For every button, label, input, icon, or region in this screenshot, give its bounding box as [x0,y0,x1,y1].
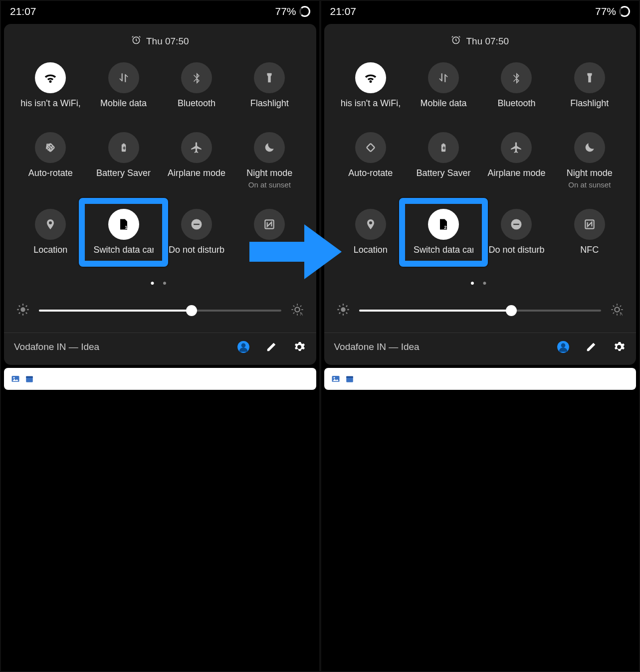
panel-date[interactable]: Thu 07:50 [466,36,509,47]
brightness-auto-icon[interactable]: A [290,303,304,319]
gallery-app-icon[interactable] [110,620,141,651]
svg-point-35 [333,377,335,378]
quick-settings-panel: Thu 07:50 his isn't a WiFi, it Mobile da… [4,24,316,365]
flashlight-icon [264,71,275,84]
settings-app-icon[interactable] [569,620,600,651]
svg-text:2: 2 [444,225,446,230]
tile-nfc[interactable]: NFC [553,209,626,259]
dnd-icon [509,217,523,231]
svg-point-14 [13,377,15,378]
chrome-app-icon[interactable] [179,620,210,651]
tile-night-mode[interactable]: Night modeOn at sunset [553,132,626,189]
tile-do-not-disturb[interactable]: Do not disturb [480,209,553,259]
tile-airplane-mode[interactable]: Airplane mode [480,132,553,189]
edit-button[interactable] [584,340,598,354]
brightness-slider-row: A [331,293,630,333]
mobile-data-icon [437,71,450,84]
docs-icon[interactable] [179,400,207,428]
wifi-icon [363,70,378,85]
settings-button[interactable] [612,340,626,354]
svg-rect-3 [123,144,124,145]
loading-spinner-icon [619,6,630,17]
chrome-app-icon[interactable] [499,620,530,651]
tile-location[interactable]: Location [14,209,87,259]
phone-app-icon[interactable] [40,620,71,651]
carrier-label: Vodafone IN — Idea [334,341,557,352]
svg-rect-27 [514,224,520,225]
page-indicator[interactable]: ● ● [331,269,630,293]
brightness-low-icon [16,303,30,319]
tile-switch-data-card[interactable]: 2 Switch data card [407,209,480,259]
airplane-icon [510,141,523,154]
svg-text:A: A [300,312,303,317]
chevron-up-icon[interactable] [152,514,168,526]
tile-mobile-data[interactable]: Mobile data [87,62,160,112]
flashlight-icon [584,71,595,84]
svg-point-40 [512,633,518,639]
whatsapp-icon[interactable] [29,400,57,428]
arrow-right-icon [244,214,344,291]
tile-location[interactable]: Location [334,209,407,259]
svg-point-9 [295,307,299,312]
tile-battery-saver[interactable]: Battery Saver [87,132,160,189]
tile-battery-saver[interactable]: Battery Saver [407,132,480,189]
location-icon [44,217,56,231]
tile-auto-rotate[interactable]: Auto-rotate [14,132,87,189]
tile-mobile-data[interactable]: Mobile data [407,62,480,112]
tile-do-not-disturb[interactable]: Do not disturb [160,209,233,259]
auto-rotate-icon [43,141,57,155]
svg-rect-22 [366,144,374,152]
tile-night-mode[interactable]: Night mode On at sunset [233,132,306,189]
tile-wifi[interactable]: his isn't a WiFi, it [334,62,407,112]
notification-card[interactable] [324,368,637,390]
alarm-icon [451,35,461,47]
tile-wifi[interactable]: his isn't a WiFi, it [14,62,87,112]
svg-point-39 [507,628,522,643]
brightness-low-icon [336,303,350,319]
docs-icon[interactable] [499,400,527,428]
whatsapp-icon[interactable] [350,400,378,428]
tile-bluetooth[interactable]: Bluetooth [480,62,553,112]
sim-card-icon: 2 [436,217,450,231]
svg-text:A: A [620,312,623,317]
tile-flashlight[interactable]: Flashlight [233,62,306,112]
svg-point-29 [341,307,345,312]
location-icon [365,217,377,231]
user-button[interactable] [556,340,570,354]
brightness-slider[interactable] [359,310,602,312]
moon-icon [263,141,276,154]
user-button[interactable] [236,340,250,354]
svg-point-20 [262,634,267,638]
battery-saver-icon [119,141,129,155]
tile-flashlight[interactable]: Flashlight [553,62,626,112]
sim-card-icon: 1 [117,217,131,231]
status-bar: 21:07 77% [321,1,640,22]
tally-icon[interactable]: 23 [425,400,452,428]
gallery-app-icon[interactable] [430,620,461,651]
brightness-slider[interactable] [39,310,281,312]
status-bar: 21:07 77% [1,1,319,22]
tally-icon[interactable]: 23 [104,400,132,428]
edit-button[interactable] [264,340,278,354]
brightness-slider-row: A [11,293,309,333]
settings-button[interactable] [292,340,306,354]
chevron-up-icon[interactable] [472,514,488,526]
alarm-icon [131,35,141,47]
svg-point-17 [122,632,124,635]
phone-app-icon[interactable] [360,620,391,651]
tile-auto-rotate[interactable]: Auto-rotate [334,132,407,189]
tile-switch-data-card[interactable]: 1 Switch data card [87,209,160,259]
svg-rect-24 [442,144,444,145]
calendar-icon [25,374,34,383]
panel-date[interactable]: Thu 07:50 [146,36,189,47]
tile-bluetooth[interactable]: Bluetooth [160,62,233,112]
tile-airplane-mode[interactable]: Airplane mode [160,132,233,189]
home-app-row: WhatsApp 23Digital Tally Co… Docs [16,400,304,441]
svg-point-19 [192,633,198,639]
calendar-icon [345,374,354,383]
dock [1,620,319,651]
brightness-auto-icon[interactable]: A [610,303,624,319]
notification-card[interactable] [4,368,316,390]
settings-app-icon[interactable] [249,620,280,651]
status-battery: 77% [595,5,616,17]
